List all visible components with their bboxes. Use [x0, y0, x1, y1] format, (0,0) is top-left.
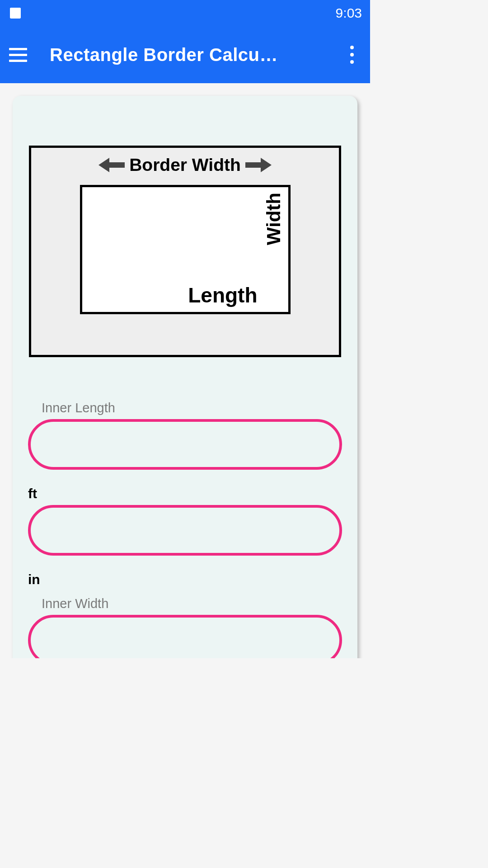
diagram-length-label: Length — [188, 283, 257, 307]
border-width-label: Border Width — [31, 155, 339, 175]
more-options-icon[interactable] — [343, 46, 361, 64]
calculator-card: Border Width Length Width Inner Length f… — [13, 96, 357, 658]
status-time: 9:03 — [336, 5, 362, 21]
diagram-outer-rectangle: Border Width Length Width — [29, 146, 341, 357]
inner-width-label: Inner Width — [42, 596, 342, 611]
form-section: Inner Length ft in Inner Width — [28, 401, 342, 658]
arrow-left-icon — [99, 157, 125, 173]
gallery-icon — [8, 6, 23, 20]
in-label: in — [28, 572, 342, 587]
page-title: Rectangle Border Calcu… — [50, 45, 343, 65]
hamburger-menu-icon[interactable] — [9, 44, 31, 66]
content-area: Border Width Length Width Inner Length f… — [0, 83, 370, 658]
diagram-inner-rectangle: Length Width — [80, 185, 291, 314]
diagram-width-label: Width — [263, 193, 285, 245]
arrow-right-icon — [245, 157, 272, 173]
ft-label: ft — [28, 486, 342, 501]
app-bar: Rectangle Border Calcu… — [0, 26, 370, 83]
inner-length-label: Inner Length — [42, 401, 342, 415]
status-bar: 9:03 — [0, 0, 370, 26]
inner-length-input[interactable] — [28, 419, 342, 470]
ft-input[interactable] — [28, 505, 342, 556]
inner-width-input[interactable] — [28, 615, 342, 658]
border-width-text: Border Width — [129, 155, 241, 175]
